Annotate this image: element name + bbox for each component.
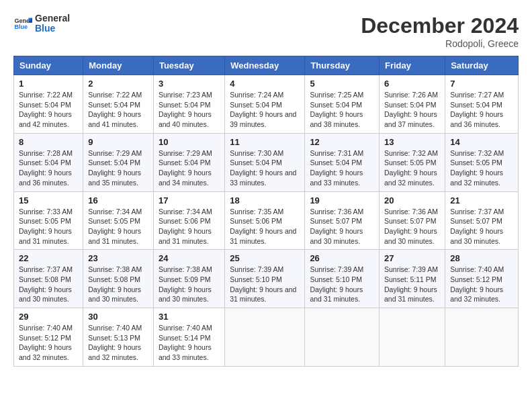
calendar-cell: 14 Sunrise: 7:32 AM Sunset: 5:05 PM Dayl… (445, 133, 519, 191)
day-info: Sunrise: 7:39 AM Sunset: 5:10 PM Dayligh… (230, 265, 300, 304)
day-info: Sunrise: 7:40 AM Sunset: 5:12 PM Dayligh… (19, 323, 78, 363)
weekday-header-row: SundayMondayTuesdayWednesdayThursdayFrid… (14, 56, 519, 75)
day-number: 13 (384, 137, 440, 147)
week-row-4: 22 Sunrise: 7:37 AM Sunset: 5:08 PM Dayl… (14, 250, 519, 308)
calendar-cell: 23 Sunrise: 7:38 AM Sunset: 5:08 PM Dayl… (83, 250, 154, 308)
calendar-cell: 13 Sunrise: 7:32 AM Sunset: 5:05 PM Dayl… (379, 133, 445, 191)
day-info: Sunrise: 7:35 AM Sunset: 5:06 PM Dayligh… (230, 207, 300, 246)
day-number: 11 (230, 137, 300, 147)
week-row-2: 8 Sunrise: 7:28 AM Sunset: 5:04 PM Dayli… (14, 133, 519, 191)
day-number: 17 (159, 195, 220, 205)
day-number: 31 (159, 312, 220, 322)
day-number: 27 (384, 253, 440, 263)
logo-text: General Blue (35, 13, 70, 34)
calendar-cell: 25 Sunrise: 7:39 AM Sunset: 5:10 PM Dayl… (225, 250, 305, 308)
day-number: 28 (450, 253, 513, 263)
day-info: Sunrise: 7:34 AM Sunset: 5:05 PM Dayligh… (88, 207, 148, 246)
day-number: 16 (88, 195, 148, 205)
day-number: 6 (384, 79, 440, 89)
week-row-3: 15 Sunrise: 7:33 AM Sunset: 5:05 PM Dayl… (14, 191, 519, 250)
calendar-cell (445, 308, 519, 367)
day-info: Sunrise: 7:33 AM Sunset: 5:05 PM Dayligh… (19, 207, 78, 246)
day-number: 3 (159, 79, 220, 89)
day-number: 1 (19, 79, 78, 89)
day-info: Sunrise: 7:27 AM Sunset: 5:04 PM Dayligh… (450, 90, 513, 130)
day-info: Sunrise: 7:40 AM Sunset: 5:13 PM Dayligh… (88, 323, 148, 363)
day-number: 10 (159, 137, 220, 147)
day-number: 24 (159, 253, 220, 263)
calendar-cell: 29 Sunrise: 7:40 AM Sunset: 5:12 PM Dayl… (14, 308, 83, 367)
day-number: 9 (88, 137, 148, 147)
day-info: Sunrise: 7:26 AM Sunset: 5:04 PM Dayligh… (384, 90, 440, 130)
day-info: Sunrise: 7:23 AM Sunset: 5:04 PM Dayligh… (159, 90, 220, 130)
calendar-cell (305, 308, 380, 367)
calendar-cell: 21 Sunrise: 7:37 AM Sunset: 5:07 PM Dayl… (445, 191, 519, 250)
day-info: Sunrise: 7:32 AM Sunset: 5:05 PM Dayligh… (450, 148, 513, 188)
day-number: 4 (230, 79, 300, 89)
calendar-cell: 16 Sunrise: 7:34 AM Sunset: 5:05 PM Dayl… (83, 191, 154, 250)
day-info: Sunrise: 7:39 AM Sunset: 5:10 PM Dayligh… (310, 265, 374, 304)
calendar-cell: 18 Sunrise: 7:35 AM Sunset: 5:06 PM Dayl… (225, 191, 305, 250)
day-info: Sunrise: 7:22 AM Sunset: 5:04 PM Dayligh… (19, 90, 78, 130)
day-number: 12 (310, 137, 374, 147)
calendar-cell: 22 Sunrise: 7:37 AM Sunset: 5:08 PM Dayl… (14, 250, 83, 308)
svg-text:Blue: Blue (14, 24, 28, 31)
day-number: 23 (88, 253, 148, 263)
day-info: Sunrise: 7:31 AM Sunset: 5:04 PM Dayligh… (310, 148, 374, 188)
day-number: 8 (19, 137, 78, 147)
week-row-5: 29 Sunrise: 7:40 AM Sunset: 5:12 PM Dayl… (14, 308, 519, 367)
day-number: 29 (19, 312, 78, 322)
calendar-cell: 17 Sunrise: 7:34 AM Sunset: 5:06 PM Dayl… (153, 191, 224, 250)
day-info: Sunrise: 7:40 AM Sunset: 5:12 PM Dayligh… (450, 265, 513, 304)
calendar-cell: 10 Sunrise: 7:29 AM Sunset: 5:04 PM Dayl… (153, 133, 224, 191)
logo-icon: General Blue (13, 14, 32, 33)
weekday-header-friday: Friday (379, 56, 445, 75)
calendar-cell: 24 Sunrise: 7:38 AM Sunset: 5:09 PM Dayl… (153, 250, 224, 308)
calendar-cell: 12 Sunrise: 7:31 AM Sunset: 5:04 PM Dayl… (305, 133, 380, 191)
day-number: 21 (450, 195, 513, 205)
calendar-cell: 20 Sunrise: 7:36 AM Sunset: 5:07 PM Dayl… (379, 191, 445, 250)
day-number: 22 (19, 253, 78, 263)
day-info: Sunrise: 7:36 AM Sunset: 5:07 PM Dayligh… (310, 207, 374, 246)
header: General Blue General Blue December 2024 … (13, 13, 519, 49)
day-number: 26 (310, 253, 374, 263)
month-title: December 2024 (361, 13, 519, 38)
calendar-cell: 3 Sunrise: 7:23 AM Sunset: 5:04 PM Dayli… (153, 75, 224, 134)
day-info: Sunrise: 7:29 AM Sunset: 5:04 PM Dayligh… (159, 148, 220, 188)
day-number: 30 (88, 312, 148, 322)
calendar-cell: 2 Sunrise: 7:22 AM Sunset: 5:04 PM Dayli… (83, 75, 154, 134)
day-number: 20 (384, 195, 440, 205)
calendar-cell: 5 Sunrise: 7:25 AM Sunset: 5:04 PM Dayli… (305, 75, 380, 134)
calendar-cell (379, 308, 445, 367)
weekday-header-saturday: Saturday (445, 56, 519, 75)
title-block: December 2024 Rodopoli, Greece (361, 13, 519, 49)
page-container: General Blue General Blue December 2024 … (13, 13, 519, 367)
calendar-cell: 26 Sunrise: 7:39 AM Sunset: 5:10 PM Dayl… (305, 250, 380, 308)
calendar-cell: 27 Sunrise: 7:39 AM Sunset: 5:11 PM Dayl… (379, 250, 445, 308)
day-info: Sunrise: 7:34 AM Sunset: 5:06 PM Dayligh… (159, 207, 220, 246)
logo: General Blue General Blue (13, 13, 70, 34)
day-number: 19 (310, 195, 374, 205)
calendar-table: SundayMondayTuesdayWednesdayThursdayFrid… (13, 56, 519, 367)
calendar-cell: 15 Sunrise: 7:33 AM Sunset: 5:05 PM Dayl… (14, 191, 83, 250)
day-info: Sunrise: 7:38 AM Sunset: 5:09 PM Dayligh… (159, 265, 220, 304)
calendar-cell: 9 Sunrise: 7:29 AM Sunset: 5:04 PM Dayli… (83, 133, 154, 191)
calendar-cell: 4 Sunrise: 7:24 AM Sunset: 5:04 PM Dayli… (225, 75, 305, 134)
weekday-header-thursday: Thursday (305, 56, 380, 75)
calendar-cell: 7 Sunrise: 7:27 AM Sunset: 5:04 PM Dayli… (445, 75, 519, 134)
day-info: Sunrise: 7:40 AM Sunset: 5:14 PM Dayligh… (159, 323, 220, 363)
day-info: Sunrise: 7:29 AM Sunset: 5:04 PM Dayligh… (88, 148, 148, 188)
day-info: Sunrise: 7:39 AM Sunset: 5:11 PM Dayligh… (384, 265, 440, 304)
day-number: 18 (230, 195, 300, 205)
day-number: 14 (450, 137, 513, 147)
day-number: 5 (310, 79, 374, 89)
week-row-1: 1 Sunrise: 7:22 AM Sunset: 5:04 PM Dayli… (14, 75, 519, 134)
day-info: Sunrise: 7:37 AM Sunset: 5:07 PM Dayligh… (450, 207, 513, 246)
day-info: Sunrise: 7:25 AM Sunset: 5:04 PM Dayligh… (310, 90, 374, 130)
calendar-cell: 8 Sunrise: 7:28 AM Sunset: 5:04 PM Dayli… (14, 133, 83, 191)
weekday-header-tuesday: Tuesday (153, 56, 224, 75)
calendar-cell (225, 308, 305, 367)
day-number: 7 (450, 79, 513, 89)
day-info: Sunrise: 7:37 AM Sunset: 5:08 PM Dayligh… (19, 265, 78, 304)
calendar-cell: 11 Sunrise: 7:30 AM Sunset: 5:04 PM Dayl… (225, 133, 305, 191)
